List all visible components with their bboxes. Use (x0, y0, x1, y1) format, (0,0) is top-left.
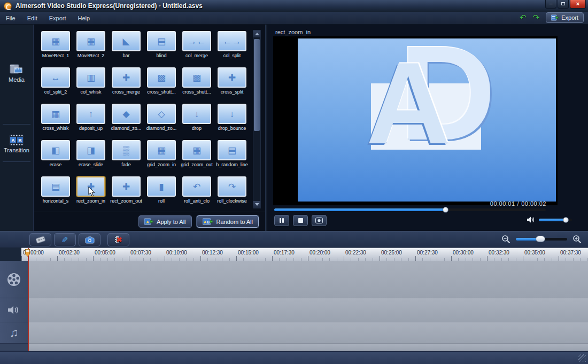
transition-thumbnail[interactable]: ▮ (147, 176, 176, 197)
zoom-in-icon[interactable] (572, 235, 582, 244)
transition-thumbnail[interactable]: ↔ (41, 67, 70, 88)
menu-item-export[interactable]: Export (43, 13, 72, 24)
export-button[interactable]: Export (546, 12, 584, 23)
transition-item-drop[interactable]: ↓drop (179, 104, 214, 140)
transition-item-cross_split[interactable]: ✚cross_split (214, 67, 250, 104)
transition-thumbnail[interactable]: ↶ (182, 176, 211, 197)
video-track[interactable] (28, 261, 588, 298)
transition-thumbnail[interactable]: ↷ (218, 176, 246, 197)
transition-item-roll_anti_clo[interactable]: ↶roll_anti_clo (179, 176, 214, 213)
transition-thumbnail[interactable]: ▦ (147, 140, 176, 160)
transition-thumbnail[interactable]: ▤ (147, 31, 176, 51)
transition-thumbnail[interactable]: ◨ (76, 140, 105, 160)
transition-item-grid_zoom_out[interactable]: ▦grid_zoom_out (179, 140, 214, 176)
scroll-up-button[interactable] (253, 30, 260, 37)
transition-item-roll[interactable]: ▮roll (144, 176, 179, 213)
transition-item-MoveRect_1[interactable]: ▦MoveRect_1 (38, 31, 73, 67)
zoom-thumb[interactable] (536, 236, 545, 242)
transition-thumbnail[interactable]: ◧ (41, 140, 70, 160)
fullscreen-button[interactable] (312, 215, 327, 226)
transition-thumbnail[interactable]: ↓ (182, 104, 211, 124)
menu-item-file[interactable]: File (0, 13, 21, 24)
transition-item-MoveRect_2[interactable]: ▦MoveRect_2 (73, 31, 109, 67)
transition-thumbnail[interactable]: ✚ (76, 176, 105, 197)
transition-thumbnail[interactable]: ←→ (218, 31, 246, 51)
seek-thumb[interactable] (443, 207, 448, 213)
undo-button[interactable]: ↶ (520, 12, 527, 23)
menu-item-edit[interactable]: Edit (21, 13, 43, 24)
transition-thumbnail[interactable]: ▩ (182, 67, 211, 88)
transition-item-cross_shutt[interactable]: ▩cross_shutt... (144, 67, 179, 104)
transition-thumbnail[interactable]: ✚ (218, 67, 246, 88)
transition-thumbnail[interactable]: ↓ (218, 104, 246, 124)
transition-thumbnail[interactable]: ◇ (147, 104, 176, 124)
transition-item-erase[interactable]: ◧erase (38, 140, 73, 176)
scrollbar-thumb[interactable] (254, 39, 260, 131)
transition-item-grid_zoom_in[interactable]: ▦grid_zoom_in (144, 140, 179, 176)
transition-item-h_random_line[interactable]: ▤h_random_line (214, 140, 250, 176)
music-track-header[interactable]: ♫ (0, 322, 28, 344)
transition-thumbnail[interactable]: ▥ (76, 67, 105, 88)
menu-item-help[interactable]: Help (72, 13, 96, 24)
transition-thumbnail[interactable]: ▦ (76, 31, 105, 51)
maximize-button[interactable] (558, 0, 569, 9)
transition-item-diamond_zo[interactable]: ◆diamond_zo... (109, 104, 144, 140)
transition-item-rect_zoom_out[interactable]: ✚rect_zoom_out (109, 176, 144, 213)
transition-item-col_merge[interactable]: →←col_merge (179, 31, 214, 67)
close-button[interactable]: × (570, 0, 586, 9)
transition-thumbnail[interactable]: ▦ (41, 104, 70, 124)
sidebar-item-transition[interactable]: A B Transition (0, 135, 33, 153)
transition-thumbnail[interactable]: ↑ (76, 104, 105, 124)
seek-bar[interactable] (274, 208, 546, 211)
transition-thumbnail[interactable]: ▒ (112, 140, 141, 160)
zoom-out-icon[interactable] (501, 235, 510, 244)
delete-tool-button[interactable]: ✖ (107, 233, 129, 246)
time-ruler[interactable]: 00:00:0000:02:3000:05:0000:07:3000:10:00… (21, 247, 588, 261)
transition-item-diamond_zo[interactable]: ◇diamond_zo... (144, 104, 179, 140)
minimize-button[interactable]: – (545, 0, 556, 9)
transitions-scrollbar[interactable] (253, 30, 261, 208)
transition-item-deposit_up[interactable]: ↑deposit_up (73, 104, 109, 140)
playhead-line[interactable] (28, 248, 29, 351)
stop-button[interactable] (293, 215, 308, 226)
split-tool-button[interactable] (29, 233, 51, 246)
transition-item-bar[interactable]: ◣bar (109, 31, 144, 67)
transition-item-erase_slide[interactable]: ◨erase_slide (73, 140, 109, 176)
transition-thumbnail[interactable]: ▤ (41, 176, 70, 197)
scroll-down-button[interactable] (253, 201, 260, 208)
transition-item-cross_shutt[interactable]: ▩cross_shutt... (179, 67, 214, 104)
edit-tool-button[interactable]: ✎ (54, 233, 76, 246)
transition-item-cross_merge[interactable]: ✚cross_merge (109, 67, 144, 104)
sidebar-item-media[interactable]: Media (0, 63, 33, 83)
transition-item-drop_bounce[interactable]: ↓drop_bounce (214, 104, 250, 140)
transition-thumbnail[interactable]: ✚ (112, 176, 141, 197)
audio-track[interactable] (28, 298, 588, 322)
video-track-header[interactable] (0, 261, 28, 298)
transition-thumbnail[interactable]: ◣ (112, 31, 141, 51)
transition-item-col_whisk[interactable]: ▥col_whisk (73, 67, 109, 104)
random-to-all-button[interactable]: AB Random to All (197, 215, 259, 228)
transition-thumbnail[interactable]: ▩ (147, 67, 176, 88)
apply-to-all-button[interactable]: A Apply to All (138, 215, 191, 228)
volume-slider[interactable] (539, 219, 572, 221)
transition-thumbnail[interactable]: ✚ (112, 67, 141, 88)
transition-item-col_split_2[interactable]: ↔col_split_2 (38, 67, 73, 104)
snapshot-tool-button[interactable] (79, 233, 100, 246)
transition-item-roll_clockwise[interactable]: ↷roll_clockwise (214, 176, 250, 213)
audio-track-header[interactable] (0, 298, 28, 322)
transition-item-blind[interactable]: ▤blind (144, 31, 179, 67)
transition-item-fade[interactable]: ▒fade (109, 140, 144, 176)
volume-thumb[interactable] (563, 217, 569, 223)
resize-grip[interactable] (578, 354, 586, 362)
transition-item-horizontal_s[interactable]: ▤horizontal_s (38, 176, 73, 213)
transition-item-rect_zoom_in[interactable]: ✚rect_zoom_in (73, 176, 109, 213)
transition-item-cross_whisk[interactable]: ▦cross_whisk (38, 104, 73, 140)
transition-thumbnail[interactable]: ◆ (112, 104, 141, 124)
transition-thumbnail[interactable]: →← (182, 31, 211, 51)
transition-item-col_split[interactable]: ←→col_split (214, 31, 250, 67)
transition-thumbnail[interactable]: ▦ (182, 140, 211, 160)
timeline-zoom-slider[interactable] (516, 238, 567, 241)
music-track[interactable] (28, 322, 588, 344)
pause-button[interactable] (274, 215, 289, 226)
transition-thumbnail[interactable]: ▦ (41, 31, 70, 51)
